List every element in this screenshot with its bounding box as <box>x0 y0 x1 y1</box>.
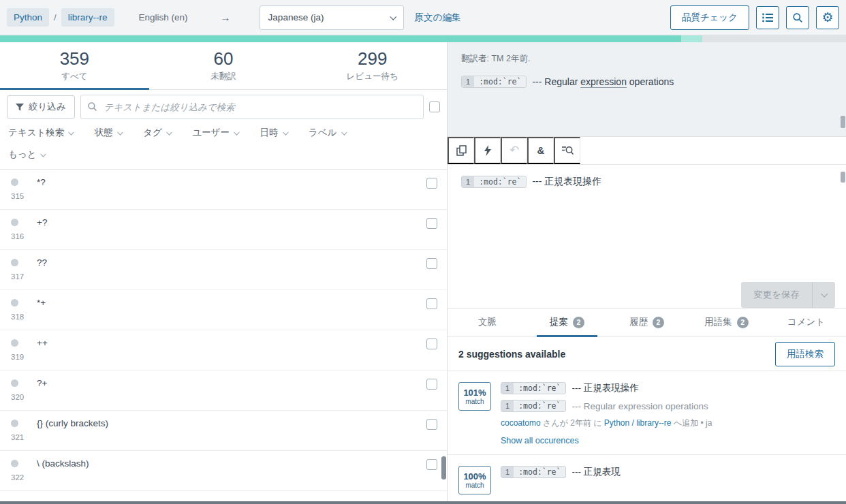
tab-glossary[interactable]: 用語集 2 <box>687 309 766 336</box>
glossary-search-button[interactable]: 用語検索 <box>775 342 835 366</box>
row-checkbox[interactable] <box>426 419 437 430</box>
tab-suggestions-label: 提案 <box>550 316 568 328</box>
filter-label[interactable]: ラベル <box>309 127 345 139</box>
source-string-area: 翻訳者: TM 2年前. 1 :mod:`re` --- Regular exp… <box>448 42 846 137</box>
tab-waiting-review[interactable]: 299 レビュー待ち <box>298 42 447 89</box>
row-left-col: 321 <box>11 416 37 450</box>
filter-user-label: ユーザー <box>192 127 230 139</box>
row-left-col: 320 <box>11 376 37 410</box>
row-checkbox[interactable] <box>426 218 437 229</box>
translation-input-area[interactable]: 1 :mod:`re` --- 正規表現操作 <box>448 165 846 282</box>
list-view-button[interactable] <box>756 6 779 29</box>
breadcrumb-separator: / <box>54 12 57 22</box>
list-item[interactable]: 321 {} (curly brackets) <box>0 411 447 451</box>
show-all-occurrences-link[interactable]: Show all occurences <box>501 436 579 445</box>
search-input-wrap <box>80 95 424 119</box>
right-scrollbar-mark[interactable] <box>841 172 845 183</box>
chevron-down-icon <box>234 129 240 135</box>
filter-text-search[interactable]: テキスト検索 <box>8 127 73 139</box>
search-input[interactable] <box>80 95 424 119</box>
suggestion-item[interactable]: 100% match 1 :mod:`re` --- 正規表現 <box>448 455 846 503</box>
list-item[interactable]: 318 *+ <box>0 290 447 330</box>
breadcrumb-project[interactable]: Python <box>7 8 49 27</box>
header-actions: 品質チェック ⚙ <box>670 5 839 30</box>
filter-status-label: 状態 <box>95 127 113 139</box>
tab-all-label: すべて <box>0 71 149 82</box>
suggestion-item[interactable]: 101% match 1 :mod:`re` --- 正規表現操作 1 <box>448 371 846 455</box>
row-checkbox[interactable] <box>426 298 437 309</box>
status-dot-icon <box>11 299 18 306</box>
chevron-down-icon <box>166 129 172 135</box>
row-checkbox[interactable] <box>426 379 437 390</box>
breadcrumb-resource[interactable]: library--re <box>61 8 114 27</box>
tab-context[interactable]: 文脈 <box>448 309 527 336</box>
row-checkbox[interactable] <box>426 258 437 269</box>
tab-untranslated[interactable]: 60 未翻訳 <box>149 42 298 89</box>
status-dot-icon <box>11 178 18 186</box>
status-dot-icon <box>11 339 18 347</box>
chevron-down-icon <box>821 291 828 298</box>
filter-dropdowns-row: テキスト検索 状態 タグ ユーザー 日時 ラベル <box>0 124 447 147</box>
row-left-col: 318 <box>11 296 37 330</box>
list-scrollbar-thumb[interactable] <box>441 456 446 479</box>
progress-light-segment <box>681 35 702 42</box>
list-item[interactable]: 317 ?? <box>0 250 447 290</box>
search-strings-button[interactable] <box>554 137 580 164</box>
suggestion-user-link[interactable]: cocoatomo <box>501 418 541 428</box>
save-options-button[interactable] <box>812 282 835 308</box>
quality-check-button[interactable]: 品質チェック <box>670 5 749 30</box>
right-scrollbar-mark[interactable] <box>841 116 845 128</box>
string-id: 322 <box>11 473 37 482</box>
settings-button[interactable]: ⚙ <box>816 6 839 29</box>
suggestion-body: 1 :mod:`re` --- 正規表現操作 1 :mod:`re` --- R… <box>501 382 835 446</box>
inline-tag-chip: 1 :mod:`re` <box>461 76 527 88</box>
tab-suggestions[interactable]: 提案 2 <box>527 309 607 336</box>
filter-status[interactable]: 状態 <box>95 127 122 139</box>
filter-date[interactable]: 日時 <box>260 127 287 139</box>
lightning-icon <box>484 145 492 156</box>
filter-user[interactable]: ユーザー <box>192 127 238 139</box>
tag-number: 1 <box>462 176 474 187</box>
filter-tags[interactable]: タグ <box>143 127 170 139</box>
editor-bottom-tabs: 文脈 提案 2 履歴 2 用語集 2 コメント <box>448 309 846 337</box>
row-left-col: 316 <box>11 215 37 249</box>
list-item[interactable]: 319 ++ <box>0 330 447 371</box>
filter-button[interactable]: 絞り込み <box>7 95 75 119</box>
glossary-term[interactable]: expression <box>580 76 627 88</box>
target-language-select[interactable]: Japanese (ja) <box>260 5 404 30</box>
list-item[interactable]: 320 ?+ <box>0 371 447 411</box>
row-checkbox[interactable] <box>426 459 437 470</box>
list-item[interactable]: 315 *? <box>0 170 447 210</box>
row-left-col: 322 <box>11 456 37 490</box>
funnel-icon <box>16 104 24 111</box>
match-badge: 101% match <box>458 382 491 411</box>
translation-editor-app: Python / library--re English (en) → Japa… <box>0 0 846 504</box>
tab-comments[interactable]: コメント <box>766 309 846 336</box>
horizontal-scrollbar[interactable] <box>0 501 846 504</box>
edit-source-link[interactable]: 原文の編集 <box>415 12 461 24</box>
status-dot-icon <box>11 460 18 467</box>
string-list: 315 *? 316 +? 317 ?? 318 *+ <box>0 169 447 503</box>
string-text: *? <box>37 175 426 209</box>
row-checkbox[interactable] <box>426 338 437 349</box>
list-item[interactable]: 322 \ (backslash) <box>0 451 447 491</box>
undo-button[interactable]: ↶ <box>501 137 527 164</box>
copy-source-button[interactable] <box>448 137 474 164</box>
save-changes-button[interactable]: 変更を保存 <box>741 282 812 308</box>
suggestion-project-link[interactable]: Python / library--re <box>604 418 672 428</box>
list-item[interactable]: 316 +? <box>0 210 447 250</box>
tab-all-strings[interactable]: 359 すべて <box>0 42 149 89</box>
source-text-prefix: --- Regular <box>532 76 580 87</box>
special-characters-button[interactable]: & <box>527 137 554 164</box>
row-checkbox[interactable] <box>426 178 437 189</box>
string-id: 317 <box>11 272 37 281</box>
machine-translate-button[interactable] <box>474 137 501 164</box>
filter-button-label: 絞り込み <box>29 101 66 113</box>
tab-history[interactable]: 履歴 2 <box>607 309 687 336</box>
select-all-checkbox[interactable] <box>429 101 440 112</box>
string-text: *+ <box>37 296 426 330</box>
search-button[interactable] <box>786 6 809 29</box>
editor-toolbar: ↶ & <box>448 137 846 165</box>
more-filters-toggle[interactable]: もっと <box>8 148 439 161</box>
suggestion-meta-lang: ja <box>704 418 712 428</box>
